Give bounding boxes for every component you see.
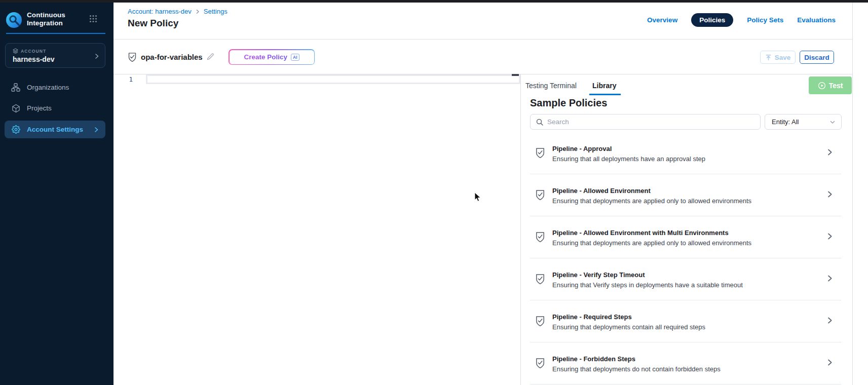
account-layers-icon — [13, 48, 18, 54]
search-input[interactable] — [547, 118, 754, 126]
sidebar: Continuous Integration ACCOUNT harness-d… — [0, 3, 114, 385]
policy-shield-check-icon — [535, 316, 545, 329]
gear-icon — [11, 125, 20, 134]
toolbar-actions: Save Discard — [760, 51, 834, 64]
policy-title: Pipeline - Approval — [552, 145, 612, 152]
entity-filter-value: Entity: All — [772, 118, 799, 126]
entity-filter-dropdown[interactable]: Entity: All — [765, 114, 842, 130]
test-button[interactable]: Test — [809, 76, 852, 94]
policy-title: Pipeline - Allowed Environment with Mult… — [552, 229, 729, 237]
tab-policy-sets[interactable]: Policy Sets — [747, 16, 783, 24]
content-right-border — [852, 3, 853, 385]
tab-evaluations[interactable]: Evaluations — [797, 16, 836, 24]
policy-description: Ensuring that Verify steps in deployment… — [552, 281, 743, 289]
chevron-down-icon — [829, 119, 836, 125]
product-title: Continuous Integration — [27, 11, 65, 27]
account-selector[interactable]: ACCOUNT harness-dev — [5, 43, 105, 68]
tab-overview[interactable]: Overview — [647, 16, 677, 24]
policy-shield-check-icon — [535, 189, 545, 203]
policy-title: Pipeline - Required Steps — [552, 313, 632, 321]
account-name: harness-dev — [13, 55, 54, 63]
play-circle-icon — [818, 82, 826, 90]
policy-shield-check-icon — [535, 147, 545, 161]
sidebar-item-label: Projects — [27, 104, 52, 112]
app-root: Continuous Integration ACCOUNT harness-d… — [0, 0, 868, 385]
breadcrumb-account-link[interactable]: Account: harness-dev — [128, 8, 192, 15]
mouse-cursor — [474, 192, 481, 204]
discard-button[interactable]: Discard — [800, 51, 834, 64]
policy-description: Ensuring that deployments contain all re… — [552, 323, 705, 331]
policy-nav-tabs: Overview Policies Policy Sets Evaluation… — [647, 13, 836, 27]
policy-title: Pipeline - Allowed Environment — [552, 187, 651, 195]
policy-search — [530, 114, 761, 130]
search-icon — [536, 119, 543, 126]
policy-list-item[interactable]: Pipeline - Allowed Environment Ensuring … — [530, 174, 841, 216]
chevron-right-icon — [826, 148, 834, 158]
library-tab-underline — [589, 94, 621, 95]
chevron-right-icon — [826, 233, 834, 242]
sidebar-accent-divider — [6, 33, 105, 34]
policy-list-item[interactable]: Pipeline - Verify Step Timeout Ensuring … — [530, 258, 841, 300]
sample-policies-heading: Sample Policies — [530, 97, 607, 109]
policy-shield-check-icon — [535, 232, 545, 245]
chevron-right-icon — [826, 359, 834, 368]
chevron-right-icon — [826, 275, 834, 284]
policy-description: Ensuring that deployments are applied on… — [552, 239, 751, 247]
edit-pencil-icon[interactable] — [206, 52, 215, 63]
policy-title: Pipeline - Forbidden Steps — [552, 355, 635, 363]
policy-description: Ensuring that deployments do not contain… — [552, 365, 721, 373]
create-policy-ai-button[interactable]: Create Policy AI — [229, 49, 315, 65]
chevron-right-icon — [826, 317, 834, 326]
chevron-right-icon — [94, 52, 100, 61]
sidebar-item-label: Account Settings — [27, 126, 83, 133]
policy-name: opa-for-variables — [141, 53, 203, 61]
policy-list-item[interactable]: Pipeline - Required Steps Ensuring that … — [530, 300, 841, 342]
policy-description: Ensuring that deployments are applied on… — [552, 197, 751, 205]
sidebar-item-account-settings[interactable]: Account Settings — [5, 121, 105, 138]
breadcrumb-separator-icon — [195, 9, 200, 14]
ai-badge: AI — [291, 54, 299, 61]
policy-list-item[interactable]: Pipeline - Allowed Environment with Mult… — [530, 216, 841, 258]
editor-panel-divider — [520, 74, 521, 385]
policy-description: Ensuring that all deployments have an ap… — [552, 155, 705, 163]
policy-list-item[interactable]: Pipeline - Approval Ensuring that all de… — [530, 132, 841, 174]
tab-testing-terminal[interactable]: Testing Terminal — [525, 82, 577, 90]
policy-title: Pipeline - Verify Step Timeout — [552, 271, 645, 279]
policy-shield-check-icon — [128, 52, 137, 64]
app-switcher-grid-icon[interactable] — [89, 15, 97, 23]
chevron-right-icon — [93, 127, 99, 133]
tab-policies[interactable]: Policies — [691, 13, 733, 27]
breadcrumb-settings-link[interactable]: Settings — [204, 8, 228, 15]
create-policy-label: Create Policy — [244, 53, 287, 61]
header-divider — [114, 39, 852, 40]
policy-shield-check-icon — [535, 274, 545, 287]
organizations-icon — [11, 83, 20, 92]
editor-ruler-marker — [512, 74, 519, 76]
sidebar-item-organizations[interactable]: Organizations — [5, 79, 105, 96]
save-button[interactable]: Save — [760, 51, 796, 64]
projects-cube-icon — [11, 104, 20, 113]
editor-line-number: 1 — [121, 75, 133, 83]
sidebar-item-projects[interactable]: Projects — [5, 99, 105, 117]
policy-list-item[interactable]: Pipeline - Forbidden Steps Ensuring that… — [530, 342, 841, 384]
tab-library[interactable]: Library — [592, 82, 616, 90]
breadcrumb: Account: harness-dev Settings — [128, 8, 228, 15]
chevron-right-icon — [826, 190, 834, 200]
window-chrome-strip — [0, 0, 868, 3]
page-title: New Policy — [128, 18, 178, 29]
sidebar-item-label: Organizations — [27, 84, 69, 91]
account-label: ACCOUNT — [21, 49, 46, 54]
policy-shield-check-icon — [535, 358, 545, 371]
code-editor-line-1[interactable] — [147, 76, 519, 83]
harness-ci-logo — [6, 12, 22, 28]
upload-icon — [765, 54, 772, 61]
